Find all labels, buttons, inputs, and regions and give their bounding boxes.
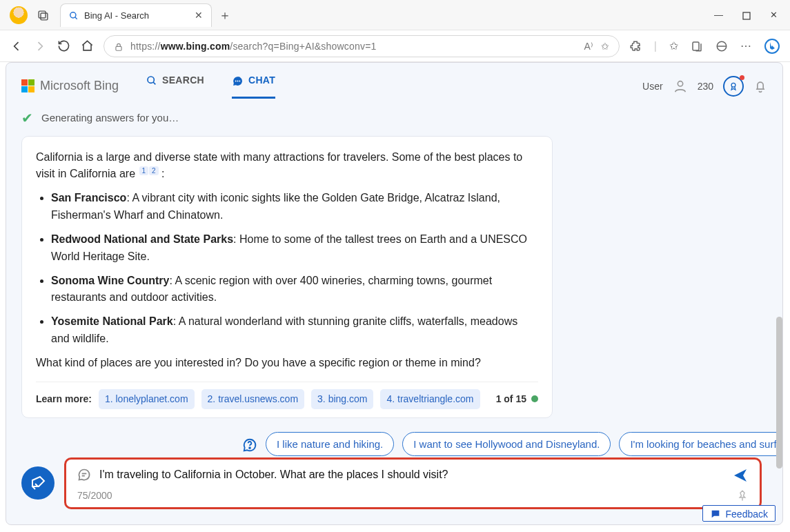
forward-button [33, 39, 47, 53]
chat-icon [232, 74, 244, 87]
bing-sidebar-icon[interactable] [764, 38, 780, 55]
svg-point-9 [148, 77, 154, 83]
status-dot-icon [531, 395, 538, 402]
refresh-button[interactable] [57, 39, 70, 52]
chat-input-box[interactable]: 75/2000 [64, 457, 762, 509]
profile-avatar[interactable] [10, 6, 28, 24]
question-icon[interactable] [242, 436, 257, 453]
svg-point-14 [678, 81, 682, 86]
svg-rect-4 [743, 12, 750, 19]
back-button[interactable] [10, 39, 23, 53]
svg-rect-0 [39, 11, 46, 18]
new-tab-button[interactable]: ＋ [219, 7, 231, 23]
scrollbar[interactable] [774, 63, 783, 524]
tab-chat[interactable]: CHAT [232, 74, 275, 99]
source-chip[interactable]: 1. lonelyplanet.com [99, 389, 195, 410]
composer: 75/2000 [21, 457, 762, 509]
favorite-icon[interactable]: ✩ [601, 41, 609, 52]
bell-icon[interactable] [753, 79, 767, 93]
citation-2[interactable]: 2 [149, 166, 159, 175]
pin-icon[interactable] [736, 489, 749, 502]
browser-toolbar: https://www.bing.com/search?q=Bing+AI&sh… [0, 30, 790, 62]
chat-input[interactable] [99, 469, 724, 481]
svg-point-16 [249, 447, 250, 449]
citation-1[interactable]: 1 [139, 166, 149, 175]
rewards-points[interactable]: 230 [698, 81, 713, 92]
source-chip[interactable]: 2. travel.usnews.com [201, 389, 305, 410]
svg-rect-1 [41, 13, 48, 20]
svg-rect-6 [693, 42, 699, 50]
svg-point-13 [239, 80, 240, 81]
generating-status: ✔ Generating answers for you… [6, 103, 782, 136]
person-icon[interactable] [673, 79, 688, 94]
learn-more-label: Learn more: [36, 392, 92, 407]
workspaces-icon[interactable] [37, 8, 49, 21]
bing-header: Microsoft Bing SEARCH CHAT User 230 [6, 63, 782, 103]
scrollbar-thumb[interactable] [776, 317, 782, 469]
microsoft-logo-icon [21, 79, 34, 92]
url-text: https://www.bing.com/search?q=Bing+AI&sh… [130, 41, 377, 52]
tab-search[interactable]: SEARCH [146, 74, 204, 99]
window-titlebar: Bing AI - Search ✕ ＋ ― ✕ [0, 0, 790, 30]
source-chip[interactable]: 4. traveltriangle.com [380, 389, 480, 410]
tab-title: Bing AI - Search [84, 10, 189, 21]
list-item: Yosemite National Park: A natural wonder… [51, 313, 538, 348]
svg-point-12 [237, 80, 239, 81]
window-close-icon[interactable]: ✕ [770, 10, 778, 20]
home-button[interactable] [80, 39, 94, 52]
search-icon [69, 9, 79, 21]
ie-mode-icon[interactable] [715, 39, 728, 52]
char-counter: 75/2000 [77, 490, 112, 501]
collections-icon[interactable] [691, 39, 703, 52]
lock-icon [114, 40, 124, 51]
list-item: San Francisco: A vibrant city with iconi… [51, 190, 538, 224]
svg-rect-5 [116, 46, 121, 50]
suggestion-chip[interactable]: I want to see Hollywood and Disneyland. [402, 432, 611, 456]
extensions-icon[interactable] [629, 39, 642, 52]
page-viewport: Microsoft Bing SEARCH CHAT User 230 [6, 62, 783, 525]
maximize-icon[interactable] [742, 10, 751, 20]
brand-text: Microsoft Bing [40, 79, 119, 93]
answer-card: California is a large and diverse state … [21, 136, 553, 419]
source-chip[interactable]: 3. bing.com [311, 389, 373, 410]
chat-icon [77, 468, 91, 482]
rewards-badge-icon[interactable] [723, 76, 744, 97]
svg-point-11 [235, 80, 237, 81]
close-icon[interactable]: ✕ [195, 10, 203, 21]
new-topic-button[interactable] [21, 466, 55, 500]
favorites-icon[interactable]: ✩ [669, 39, 678, 52]
learn-more-row: Learn more: 1. lonelyplanet.com 2. trave… [36, 382, 538, 410]
check-icon: ✔ [21, 110, 33, 126]
status-text: Generating answers for you… [41, 112, 179, 124]
suggestion-chip[interactable]: I'm looking for beaches and surfing. [619, 432, 783, 456]
svg-point-2 [70, 12, 76, 18]
answer-followup: What kind of places are you interested i… [36, 355, 538, 372]
search-icon [146, 74, 157, 86]
suggestion-chip[interactable]: I like nature and hiking. [266, 432, 394, 456]
browser-tab[interactable]: Bing AI - Search ✕ [60, 3, 212, 27]
list-item: Sonoma Wine Country: A scenic region wit… [51, 273, 538, 307]
result-counter: 1 of 15 [496, 392, 538, 407]
answer-intro: California is a large and diverse state … [36, 149, 538, 184]
svg-point-15 [731, 83, 735, 87]
bing-logo[interactable]: Microsoft Bing [21, 79, 119, 93]
suggestion-row: I like nature and hiking. I want to see … [6, 418, 765, 456]
svg-line-3 [75, 17, 77, 19]
address-bar[interactable]: https://www.bing.com/search?q=Bing+AI&sh… [103, 35, 620, 57]
list-item: Redwood National and State Parks: Home t… [51, 231, 538, 266]
user-label[interactable]: User [642, 81, 663, 92]
feedback-button[interactable]: Feedback [702, 505, 776, 522]
menu-icon[interactable]: ⋯ [740, 39, 751, 52]
svg-line-10 [153, 82, 155, 84]
minimize-icon[interactable]: ― [714, 10, 723, 20]
send-button[interactable] [732, 466, 749, 484]
read-aloud-icon[interactable]: A⁾ [584, 41, 593, 52]
